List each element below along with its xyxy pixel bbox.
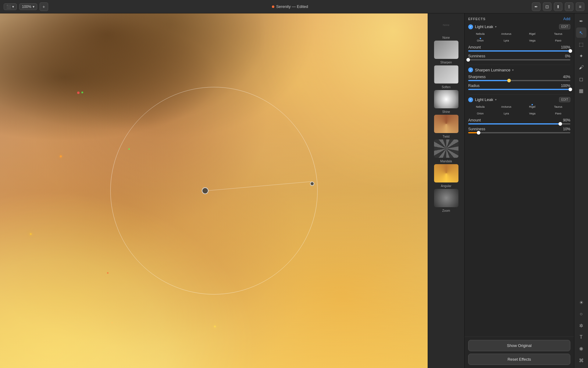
gradient-tool[interactable]: ▦ [576,85,586,96]
pen-tool[interactable]: ✒ [576,16,586,26]
effect-chevron-2[interactable]: ▾ [512,68,514,72]
toolbar-right: ✒ ⊡ ⬆ ⇪ ≡ [532,2,584,11]
preset-pavo-1[interactable]: Pavo [546,38,570,42]
preset-arcturus-1-label: Arcturus [501,32,511,35]
select-rect-icon: ⬚ [579,41,583,47]
stamp-tool[interactable]: ❋ [576,344,586,354]
sun-tool[interactable]: ☀ [576,297,586,308]
preset-vega-3[interactable]: Vega [520,111,544,115]
effect-name-2[interactable]: Sharpen Luminance [475,68,510,72]
amount-thumb-1[interactable] [568,49,572,53]
share-button[interactable]: ⇪ [565,2,573,11]
mini-thumb-mandala-label: Mandala [434,160,458,163]
add-effect-button[interactable]: Add [563,16,570,21]
pen-tool-button[interactable]: ✒ [532,2,540,11]
effect-chevron-1[interactable]: ▾ [495,25,497,28]
preset-grid-3b: Orion Lyra Vega Pavo [468,111,570,115]
transform-tool[interactable]: ⌘ [576,355,586,366]
crop-tool-button[interactable]: ⊡ [543,2,551,11]
amount-slider-3: Amount 90% [468,118,570,124]
sunniness-track-3[interactable] [468,132,570,133]
mini-thumb-sharpen[interactable] [434,41,458,59]
sharpness-slider: Sharpness 40% [468,75,570,81]
erase-tool[interactable]: ◻ [576,74,586,84]
sharpness-label-row: Sharpness 40% [468,75,570,79]
sidebar-toggle-button[interactable]: ⬛ ▾ [4,3,17,10]
sharpness-thumb[interactable] [507,79,511,82]
magic-select-tool[interactable]: ✦ [576,51,586,61]
preset-orion-3[interactable]: Orion [468,111,492,115]
amount-track-3[interactable] [468,123,570,124]
text-tool[interactable]: T [576,332,586,342]
radius-label: Radius [468,84,479,88]
effect-checkbox-3[interactable] [468,97,473,102]
preset-taurus-3[interactable]: Taurus [546,105,570,108]
preset-nebula-3[interactable]: Nebula [468,105,492,108]
mini-thumb-twist[interactable] [434,115,458,133]
mini-thumb-soften[interactable] [434,65,458,84]
sunniness-track-1[interactable] [468,59,570,60]
amount-thumb-3[interactable] [558,122,562,126]
preset-pavo-3[interactable]: Pavo [546,111,570,115]
show-original-button[interactable]: Show Original [468,340,570,351]
tool-strip: ✒ ↖ ⬚ ✦ 🖌 ◻ ▦ ☀ ○ ✲ T ❋ ⌘ [574,13,588,368]
preset-rigel-3-label: Rigel [529,105,536,108]
preset-vega-1[interactable]: Vega [520,38,544,42]
sunniness-thumb-3[interactable] [477,131,480,135]
preset-taurus-1[interactable]: Taurus [546,32,570,35]
sharpness-track[interactable] [468,80,570,81]
preset-pavo-3-label: Pavo [555,112,561,115]
sidebar-icon: ⬛ [6,5,11,9]
transform-icon: ⌘ [579,358,584,363]
effect-name-3[interactable]: Light Leak [475,97,493,102]
select-rect-tool[interactable]: ⬚ [576,39,586,49]
preset-lyra-1-label: Lyra [504,39,509,42]
mini-thumb-zoom[interactable] [434,189,458,207]
brush-tool[interactable]: 🖌 [576,62,586,73]
mini-thumb-none[interactable]: None [434,16,458,34]
preset-nebula-1[interactable]: Nebula [468,32,492,35]
mini-thumbnail-sidebar: None None Sharpen Soften Shine Twist Man… [428,13,464,368]
sunniness-thumb-1[interactable] [466,58,470,62]
preset-arcturus-3[interactable]: Arcturus [494,105,518,108]
effect-checkbox-2[interactable] [468,67,473,72]
toolbar-center: Serenity — Edited [51,4,529,9]
color-tool[interactable]: ○ [576,309,586,319]
cursor-tool[interactable]: ↖ [576,27,586,38]
mini-thumb-mandala[interactable] [434,139,458,158]
radial-center-handle[interactable] [202,187,208,194]
effect-chevron-3[interactable]: ▾ [495,98,497,101]
repair-tool[interactable]: ✲ [576,320,586,331]
mini-thumb-angular[interactable] [434,164,458,182]
effects-panel-container: EFFECTS Add Light Leak ▾ EDIT Nebula [464,13,574,368]
mini-thumb-zoom-label: Zoom [434,209,458,212]
preset-rigel-1-label: Rigel [529,32,536,35]
export-button[interactable]: ⬆ [554,2,562,11]
zoom-in-button[interactable]: + [40,2,48,11]
preset-rigel-1[interactable]: Rigel [520,32,544,35]
toolbar-left: ⬛ ▾ 100% ▾ + [4,2,48,11]
effect-edit-btn-3[interactable]: EDIT [559,97,570,102]
cursor-icon: ↖ [579,30,583,36]
app-title: Serenity — Edited [276,4,308,9]
preset-lyra-1[interactable]: Lyra [494,38,518,42]
amount-track-1[interactable] [468,50,570,52]
effect-name-1[interactable]: Light Leak [475,24,493,29]
mini-thumb-shine[interactable] [434,90,458,108]
preset-orion-1[interactable]: Orion [468,38,492,42]
preset-lyra-3[interactable]: Lyra [494,111,518,115]
amount-label-row-1: Amount 100% [468,45,570,49]
radial-edge-handle[interactable] [310,182,314,186]
preset-arcturus-1[interactable]: Arcturus [494,32,518,35]
reset-effects-button[interactable]: Reset Effects [468,354,570,365]
preset-vega-3-label: Vega [529,112,536,115]
settings-button[interactable]: ≡ [576,2,584,11]
radius-track[interactable] [468,89,570,90]
preset-rigel-3[interactable]: Rigel [520,105,544,108]
effect-edit-btn-1[interactable]: EDIT [559,24,570,29]
canvas-area[interactable] [0,13,428,368]
radius-thumb[interactable] [568,88,572,91]
effect-checkbox-1[interactable] [468,24,473,29]
sparkle-1 [77,92,80,94]
zoom-selector[interactable]: 100% ▾ [19,3,37,10]
